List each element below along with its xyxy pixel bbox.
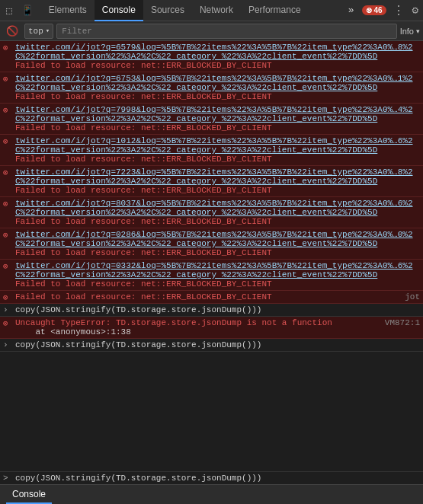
error-message: Failed to load resource: net::ERR_BLOCKE… <box>15 92 420 101</box>
tab-performance[interactable]: Performance <box>241 0 309 21</box>
error-icon: ⊗ <box>3 199 8 209</box>
error-url[interactable]: twitter.com/i/jot?q=1012&log=%5B%7B%22it… <box>15 136 420 155</box>
context-dropdown-arrow: ▾ <box>46 27 50 35</box>
error-message: jot Failed to load resource: net::ERR_BL… <box>15 292 420 301</box>
input-prompt: > <box>3 474 8 483</box>
error-message: Failed to load resource: net::ERR_BLOCKE… <box>15 248 420 257</box>
clear-console-icon[interactable]: 🚫 <box>3 24 21 39</box>
tab-elements[interactable]: Elements <box>41 0 95 21</box>
error-url[interactable]: twitter.com/i/jot?q=7998&log=%5B%7B%22it… <box>15 105 420 123</box>
error-url[interactable]: twitter.com/i/jot?q=0332&log=%5B%7B%22it… <box>15 261 420 279</box>
bottom-tab-console[interactable]: Console <box>6 486 52 504</box>
bottom-bar: Console <box>0 484 423 504</box>
error-badge: ⊗ 46 <box>362 5 386 15</box>
context-selector[interactable]: top ▾ <box>24 24 53 39</box>
inspect-icon[interactable]: ⬚ <box>3 3 15 18</box>
log-entry: ⊗ twitter.com/i/jot?q=0286&log=%5B%7B%22… <box>0 228 423 260</box>
filter-input[interactable] <box>56 24 396 39</box>
error-icon: ⊗ <box>3 105 8 115</box>
stack-trace: at <anonymous>:1:38 <box>15 327 420 337</box>
cmd-text: copy(JSON.stringify(TD.storage.store.jso… <box>15 305 261 314</box>
log-entry: ⊗ twitter.com/i/jot?q=8037&log=%5B%7B%22… <box>0 197 423 228</box>
info-selector[interactable]: Info ▾ <box>400 27 420 36</box>
more-options-icon[interactable]: ⋮ <box>391 2 406 20</box>
error-message: Failed to load resource: net::ERR_BLOCKE… <box>15 155 420 164</box>
expand-arrow: › <box>3 340 8 349</box>
log-entry: › copy(JSON.stringify(TD.storage.store.j… <box>0 304 423 317</box>
log-entry: ⊗ twitter.com/i/jot?q=7998&log=%5B%7B%22… <box>0 104 423 135</box>
error-message: Failed to load resource: net::ERR_BLOCKE… <box>15 123 420 132</box>
device-icon[interactable]: 📱 <box>18 3 37 18</box>
log-entry: ⊗ jot Failed to load resource: net::ERR_… <box>0 291 423 304</box>
expand-arrow: › <box>3 305 8 314</box>
tab-bar-icons: ⬚ 📱 <box>3 3 37 18</box>
error-icon: ⊗ <box>3 43 8 53</box>
error-message: Failed to load resource: net::ERR_BLOCKE… <box>15 217 420 226</box>
source-ref: VM872:1 <box>385 318 420 327</box>
context-label: top <box>28 27 43 36</box>
error-icon: ⊗ <box>3 261 8 271</box>
source-ref: jot <box>405 292 420 301</box>
log-entry: › copy(JSON.stringify(TD.storage.store.j… <box>0 339 423 352</box>
error-url[interactable]: twitter.com/i/jot?q=8037&log=%5B%7B%22it… <box>15 199 420 217</box>
log-entry: ⊗ twitter.com/i/jot?q=6753&log=%5B%7B%22… <box>0 72 423 104</box>
tab-console[interactable]: Console <box>95 0 143 21</box>
log-entry: ⊗ twitter.com/i/jot?q=6579&log=%5B%7B%22… <box>0 41 423 72</box>
info-label: Info <box>400 27 414 36</box>
error-url[interactable]: twitter.com/i/jot?q=6753&log=%5B%7B%22it… <box>15 74 420 92</box>
error-message: Failed to load resource: net::ERR_BLOCKE… <box>15 61 420 70</box>
error-message: Failed to load resource: net::ERR_BLOCKE… <box>15 279 420 289</box>
info-dropdown-arrow: ▾ <box>416 27 420 35</box>
console-content[interactable]: ⊗ twitter.com/i/jot?q=6579&log=%5B%7B%22… <box>0 41 423 471</box>
tab-bar: ⬚ 📱 Elements Console Sources Network Per… <box>0 0 423 21</box>
log-entry: ⊗ twitter.com/i/jot?q=0332&log=%5B%7B%22… <box>0 260 423 291</box>
error-icon: ⊗ <box>3 318 8 328</box>
more-tabs-icon[interactable]: » <box>345 3 357 18</box>
console-input-line: > <box>0 471 423 484</box>
log-entry: ⊗ twitter.com/i/jot?q=7223&log=%5B%7B%22… <box>0 166 423 197</box>
error-icon: ⊗ <box>3 167 8 177</box>
error-icon: ⊗ <box>3 292 8 302</box>
settings-icon[interactable]: ⚙ <box>411 2 420 18</box>
error-icon: ⊗ <box>3 136 8 146</box>
console-toolbar: 🚫 top ▾ Info ▾ <box>0 21 423 41</box>
error-url[interactable]: twitter.com/i/jot?q=0286&log=%5B%7B%22it… <box>15 230 420 248</box>
error-url[interactable]: twitter.com/i/jot?q=7223&log=%5B%7B%22it… <box>15 167 420 186</box>
console-input[interactable] <box>15 474 420 483</box>
cmd-text: copy(JSON.stringify(TD.storage.store.jso… <box>15 340 261 349</box>
error-icon: ⊗ <box>3 230 8 240</box>
tab-network[interactable]: Network <box>192 0 241 21</box>
log-entry: ⊗ VM872:1 Uncaught TypeError: TD.storage… <box>0 317 423 339</box>
error-icon: ⊗ <box>3 74 8 84</box>
tab-bar-right: » ⊗ 46 ⋮ ⚙ <box>345 2 420 20</box>
error-message: Failed to load resource: net::ERR_BLOCKE… <box>15 186 420 195</box>
error-message: VM872:1 Uncaught TypeError: TD.storage.s… <box>15 318 420 327</box>
tab-sources[interactable]: Sources <box>143 0 192 21</box>
error-url[interactable]: twitter.com/i/jot?q=6579&log=%5B%7B%22it… <box>15 43 420 61</box>
log-entry: ⊗ twitter.com/i/jot?q=1012&log=%5B%7B%22… <box>0 135 423 166</box>
